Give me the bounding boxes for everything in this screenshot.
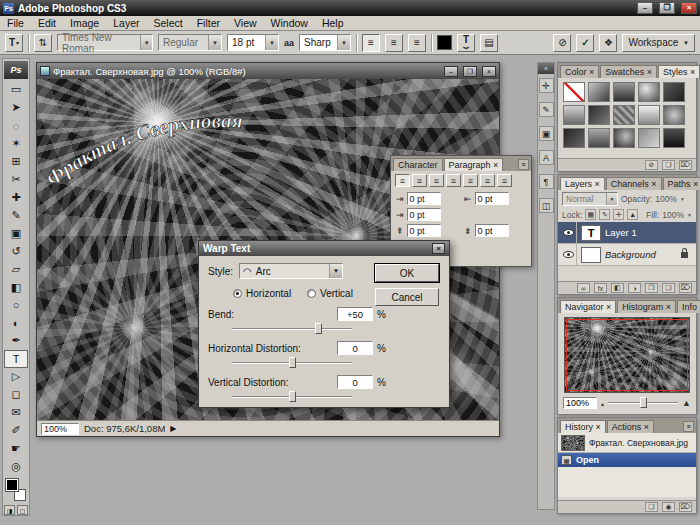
eraser-tool[interactable]: ▱ [4, 260, 28, 278]
panel-menu-icon[interactable]: ≡ [518, 159, 529, 170]
horizontal-radio[interactable]: Horizontal [233, 288, 291, 299]
menu-image[interactable]: Image [63, 16, 106, 30]
lock-all-icon[interactable]: ▲ [627, 209, 638, 220]
delete-layer-icon[interactable]: ⌦ [679, 283, 692, 293]
menu-window[interactable]: Window [264, 16, 315, 30]
slider-thumb[interactable] [289, 357, 296, 368]
tab-history[interactable]: History × [560, 420, 606, 433]
delete-style-icon[interactable]: ⌦ [679, 160, 692, 170]
menu-select[interactable]: Select [146, 16, 189, 30]
cancel-button[interactable]: Cancel [375, 288, 439, 306]
style-swatch[interactable] [563, 105, 585, 125]
style-swatch[interactable] [613, 82, 635, 102]
h-distortion-input[interactable]: 0 [337, 341, 373, 355]
adjustment-layer-icon[interactable]: ◑ [628, 283, 641, 293]
menu-edit[interactable]: Edit [31, 16, 63, 30]
fill-value[interactable]: 100% [662, 210, 684, 220]
menu-file[interactable]: File [0, 16, 31, 30]
navigator-zoom-input[interactable]: 100% [563, 397, 597, 409]
chevron-down-icon[interactable]: ▼ [687, 212, 692, 218]
visibility-toggle[interactable] [561, 244, 577, 265]
para-align-right-icon[interactable]: ≡ [429, 174, 444, 187]
cancel-edit-icon[interactable]: ⊘ [553, 34, 571, 52]
brush-tool[interactable]: ✎ [4, 206, 28, 224]
zoom-in-icon[interactable]: ▲ [682, 398, 691, 408]
tab-color[interactable]: Color × [560, 65, 599, 78]
font-size-select[interactable]: 18 pt▼ [227, 34, 279, 51]
panel-menu-icon[interactable]: ≡ [683, 421, 694, 432]
h-distortion-slider[interactable] [232, 357, 352, 369]
healing-brush-tool[interactable]: ✚ [4, 188, 28, 206]
rectangular-marquee-tool[interactable]: ▭ [4, 81, 28, 99]
warp-text-button[interactable]: T⌣ [457, 34, 475, 52]
indent-right-input[interactable]: 0 pt [475, 192, 509, 205]
snapshot-name[interactable]: Фрактал. Сверхновая.jpg [589, 438, 688, 448]
dialog-close-icon[interactable]: × [432, 243, 445, 254]
para-justify-all-icon[interactable]: ≡ [497, 174, 512, 187]
lasso-tool[interactable]: ◌ [4, 117, 28, 135]
type-tool[interactable]: T [4, 350, 28, 368]
align-left-icon[interactable]: ≡ [362, 34, 380, 52]
clone-stamp-tool[interactable]: ▣ [4, 224, 28, 242]
new-document-from-state-icon[interactable]: ❏ [645, 502, 658, 512]
tab-actions[interactable]: Actions × [607, 420, 654, 433]
pen-tool[interactable]: ✒ [4, 332, 28, 350]
menu-layer[interactable]: Layer [106, 16, 146, 30]
layer-thumbnail[interactable] [581, 247, 601, 263]
minimize-button[interactable]: – [637, 2, 653, 14]
menu-filter[interactable]: Filter [190, 16, 227, 30]
text-color-swatch[interactable] [437, 35, 452, 50]
history-state-name[interactable]: Open [576, 455, 599, 465]
vertical-radio[interactable]: Vertical [307, 288, 353, 299]
menu-help[interactable]: Help [315, 16, 351, 30]
para-justify-last-left-icon[interactable]: ≡ [446, 174, 461, 187]
gradient-tool[interactable]: ◧ [4, 278, 28, 296]
layer-row-layer1[interactable]: T Layer 1 [558, 222, 696, 244]
crop-tool[interactable]: ⊞ [4, 153, 28, 171]
text-layer-thumbnail[interactable]: T [581, 225, 601, 241]
commit-edit-icon[interactable]: ✓ [576, 34, 594, 52]
tab-character[interactable]: Character [393, 158, 443, 171]
tab-navigator[interactable]: Navigator × [560, 300, 616, 313]
tab-histogram[interactable]: Histogram × [617, 300, 676, 313]
navigator-viewbox[interactable] [566, 319, 688, 391]
tab-paths[interactable]: Paths × [663, 177, 700, 190]
doc-close-button[interactable]: × [482, 66, 496, 77]
foreground-color-chip[interactable] [6, 479, 18, 491]
bend-input[interactable]: +50 [337, 307, 373, 321]
tab-swatches[interactable]: Swatches × [600, 65, 657, 78]
lock-transparency-icon[interactable]: ▦ [585, 209, 596, 220]
style-swatch[interactable] [663, 82, 685, 102]
document-title-bar[interactable]: Фрактал. Сверхновая.jpg @ 100% (RGB/8#) … [37, 63, 499, 79]
v-distortion-input[interactable]: 0 [337, 375, 373, 389]
doc-minimize-button[interactable]: – [444, 66, 458, 77]
navigator-zoom-slider[interactable] [608, 398, 678, 408]
dock-icon-brushes[interactable]: ✎ [539, 102, 554, 117]
move-tool[interactable]: ➤ [4, 99, 28, 117]
para-align-left-icon[interactable]: ≡ [395, 174, 410, 187]
slider-thumb[interactable] [289, 391, 296, 402]
notes-tool[interactable]: ✉ [4, 404, 28, 422]
blend-mode-select[interactable]: Normal▼ [562, 192, 618, 206]
v-distortion-slider[interactable] [232, 391, 352, 403]
dock-icon-clone-source[interactable]: ▣ [539, 126, 554, 141]
para-align-center-icon[interactable]: ≡ [412, 174, 427, 187]
style-swatch[interactable] [613, 105, 635, 125]
align-center-icon[interactable]: ≡ [385, 34, 403, 52]
warped-text[interactable]: Фрактал. Сверхновая [41, 83, 351, 208]
chevron-down-icon[interactable]: ▼ [680, 196, 685, 202]
new-layer-icon[interactable]: ❏ [662, 283, 675, 293]
dock-icon-tool-presets[interactable]: ✛ [539, 78, 554, 93]
style-swatch[interactable] [638, 82, 660, 102]
clear-style-icon[interactable]: ⊘ [645, 160, 658, 170]
layer-row-background[interactable]: Background [558, 244, 696, 266]
visibility-toggle[interactable] [561, 222, 577, 243]
blur-tool[interactable]: ○ [4, 296, 28, 314]
style-swatch[interactable] [563, 128, 585, 148]
indent-left-input[interactable]: 0 pt [407, 192, 441, 205]
navigator-thumbnail[interactable] [564, 317, 690, 393]
space-after-input[interactable]: 0 pt [475, 224, 509, 237]
new-style-icon[interactable]: ❏ [662, 160, 675, 170]
tab-channels[interactable]: Channels × [606, 177, 662, 190]
menu-view[interactable]: View [227, 16, 264, 30]
